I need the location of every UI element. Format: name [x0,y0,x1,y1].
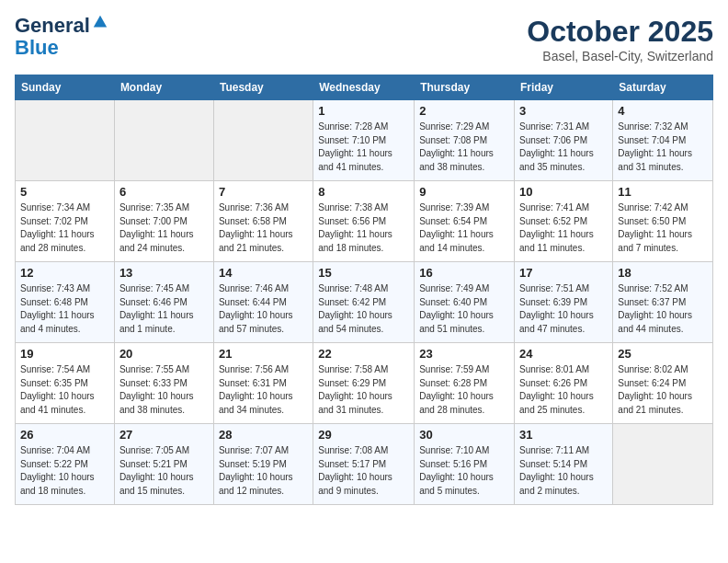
day-detail: Sunrise: 7:36 AM Sunset: 6:58 PM Dayligh… [219,201,308,255]
calendar-cell: 11Sunrise: 7:42 AM Sunset: 6:50 PM Dayli… [613,181,713,262]
day-number: 2 [419,104,509,118]
day-detail: Sunrise: 7:42 AM Sunset: 6:50 PM Dayligh… [618,201,708,255]
day-number: 7 [219,185,308,199]
day-number: 13 [119,266,209,280]
calendar-cell: 16Sunrise: 7:49 AM Sunset: 6:40 PM Dayli… [415,262,515,343]
calendar-cell: 29Sunrise: 7:08 AM Sunset: 5:17 PM Dayli… [313,424,415,505]
day-number: 1 [318,104,409,118]
calendar-cell: 17Sunrise: 7:51 AM Sunset: 6:39 PM Dayli… [515,262,613,343]
day-number: 31 [519,428,608,442]
day-detail: Sunrise: 7:08 AM Sunset: 5:17 PM Dayligh… [318,444,409,498]
day-detail: Sunrise: 7:58 AM Sunset: 6:29 PM Dayligh… [318,363,409,417]
calendar-cell: 20Sunrise: 7:55 AM Sunset: 6:33 PM Dayli… [114,343,213,424]
day-number: 29 [318,428,409,442]
calendar-header-row: SundayMondayTuesdayWednesdayThursdayFrid… [16,75,713,100]
day-detail: Sunrise: 7:48 AM Sunset: 6:42 PM Dayligh… [318,282,409,336]
calendar-cell: 25Sunrise: 8:02 AM Sunset: 6:24 PM Dayli… [613,343,713,424]
calendar-cell: 9Sunrise: 7:39 AM Sunset: 6:54 PM Daylig… [415,181,515,262]
location: Basel, Basel-City, Switzerland [527,49,713,63]
day-number: 27 [119,428,209,442]
day-number: 14 [219,266,308,280]
day-of-week-header: Friday [515,75,613,100]
day-number: 24 [519,347,608,361]
day-detail: Sunrise: 7:59 AM Sunset: 6:28 PM Dayligh… [419,363,509,417]
day-detail: Sunrise: 7:31 AM Sunset: 7:06 PM Dayligh… [519,121,608,174]
day-number: 21 [219,347,308,361]
calendar-table: SundayMondayTuesdayWednesdayThursdayFrid… [15,75,713,505]
calendar-cell: 5Sunrise: 7:34 AM Sunset: 7:02 PM Daylig… [16,181,115,262]
day-detail: Sunrise: 7:45 AM Sunset: 6:46 PM Dayligh… [119,282,209,336]
day-of-week-header: Monday [114,75,213,100]
calendar-cell: 8Sunrise: 7:38 AM Sunset: 6:56 PM Daylig… [313,181,415,262]
day-detail: Sunrise: 7:32 AM Sunset: 7:04 PM Dayligh… [618,121,708,174]
day-detail: Sunrise: 7:28 AM Sunset: 7:10 PM Dayligh… [318,121,409,174]
calendar-cell: 27Sunrise: 7:05 AM Sunset: 5:21 PM Dayli… [114,424,213,505]
calendar-week-row: 19Sunrise: 7:54 AM Sunset: 6:35 PM Dayli… [16,343,713,424]
day-detail: Sunrise: 7:11 AM Sunset: 5:14 PM Dayligh… [519,444,608,498]
day-number: 19 [20,347,109,361]
day-number: 18 [618,266,708,280]
day-detail: Sunrise: 7:55 AM Sunset: 6:33 PM Dayligh… [119,363,209,417]
day-detail: Sunrise: 7:56 AM Sunset: 6:31 PM Dayligh… [219,363,308,417]
day-detail: Sunrise: 7:52 AM Sunset: 6:37 PM Dayligh… [618,282,708,336]
calendar-cell: 18Sunrise: 7:52 AM Sunset: 6:37 PM Dayli… [613,262,713,343]
calendar-cell: 6Sunrise: 7:35 AM Sunset: 7:00 PM Daylig… [114,181,213,262]
day-detail: Sunrise: 7:38 AM Sunset: 6:56 PM Dayligh… [318,201,409,255]
calendar-cell: 10Sunrise: 7:41 AM Sunset: 6:52 PM Dayli… [515,181,613,262]
calendar-cell: 2Sunrise: 7:29 AM Sunset: 7:08 PM Daylig… [415,100,515,181]
day-detail: Sunrise: 7:43 AM Sunset: 6:48 PM Dayligh… [20,282,109,336]
calendar-cell [16,100,115,181]
calendar-cell: 12Sunrise: 7:43 AM Sunset: 6:48 PM Dayli… [16,262,115,343]
calendar-cell: 23Sunrise: 7:59 AM Sunset: 6:28 PM Dayli… [415,343,515,424]
day-number: 12 [20,266,109,280]
calendar-cell: 13Sunrise: 7:45 AM Sunset: 6:46 PM Dayli… [114,262,213,343]
calendar-body: 1Sunrise: 7:28 AM Sunset: 7:10 PM Daylig… [16,100,713,505]
calendar-cell: 1Sunrise: 7:28 AM Sunset: 7:10 PM Daylig… [313,100,415,181]
day-detail: Sunrise: 7:49 AM Sunset: 6:40 PM Dayligh… [419,282,509,336]
day-of-week-header: Sunday [16,75,115,100]
day-number: 22 [318,347,409,361]
day-number: 3 [519,104,608,118]
calendar-week-row: 5Sunrise: 7:34 AM Sunset: 7:02 PM Daylig… [16,181,713,262]
day-number: 28 [219,428,308,442]
day-number: 20 [119,347,209,361]
day-detail: Sunrise: 7:54 AM Sunset: 6:35 PM Dayligh… [20,363,109,417]
title-section: October 2025 Basel, Basel-City, Switzerl… [527,15,713,63]
calendar-cell: 15Sunrise: 7:48 AM Sunset: 6:42 PM Dayli… [313,262,415,343]
logo-blue: Blue [15,37,108,59]
day-detail: Sunrise: 7:10 AM Sunset: 5:16 PM Dayligh… [419,444,509,498]
month-title: October 2025 [527,15,713,49]
svg-marker-0 [94,16,107,28]
day-number: 11 [618,185,708,199]
day-detail: Sunrise: 7:35 AM Sunset: 7:00 PM Dayligh… [119,201,209,255]
calendar-cell [213,100,313,181]
day-of-week-header: Tuesday [213,75,313,100]
day-number: 10 [519,185,608,199]
day-number: 15 [318,266,409,280]
day-detail: Sunrise: 7:34 AM Sunset: 7:02 PM Dayligh… [20,201,109,255]
calendar-cell: 3Sunrise: 7:31 AM Sunset: 7:06 PM Daylig… [515,100,613,181]
calendar-cell: 4Sunrise: 7:32 AM Sunset: 7:04 PM Daylig… [613,100,713,181]
calendar-cell: 28Sunrise: 7:07 AM Sunset: 5:19 PM Dayli… [213,424,313,505]
day-detail: Sunrise: 7:41 AM Sunset: 6:52 PM Dayligh… [519,201,608,255]
day-detail: Sunrise: 7:39 AM Sunset: 6:54 PM Dayligh… [419,201,509,255]
day-number: 9 [419,185,509,199]
day-detail: Sunrise: 7:05 AM Sunset: 5:21 PM Dayligh… [119,444,209,498]
day-number: 30 [419,428,509,442]
calendar-cell: 24Sunrise: 8:01 AM Sunset: 6:26 PM Dayli… [515,343,613,424]
logo-general: General [15,15,90,37]
day-number: 17 [519,266,608,280]
calendar-week-row: 1Sunrise: 7:28 AM Sunset: 7:10 PM Daylig… [16,100,713,181]
day-number: 26 [20,428,109,442]
day-detail: Sunrise: 7:04 AM Sunset: 5:22 PM Dayligh… [20,444,109,498]
day-detail: Sunrise: 7:51 AM Sunset: 6:39 PM Dayligh… [519,282,608,336]
logo-icon [92,14,108,30]
calendar-cell: 7Sunrise: 7:36 AM Sunset: 6:58 PM Daylig… [213,181,313,262]
calendar-week-row: 12Sunrise: 7:43 AM Sunset: 6:48 PM Dayli… [16,262,713,343]
day-detail: Sunrise: 7:29 AM Sunset: 7:08 PM Dayligh… [419,121,509,174]
day-number: 16 [419,266,509,280]
calendar-cell: 26Sunrise: 7:04 AM Sunset: 5:22 PM Dayli… [16,424,115,505]
day-number: 5 [20,185,109,199]
calendar-cell: 31Sunrise: 7:11 AM Sunset: 5:14 PM Dayli… [515,424,613,505]
calendar-cell [114,100,213,181]
